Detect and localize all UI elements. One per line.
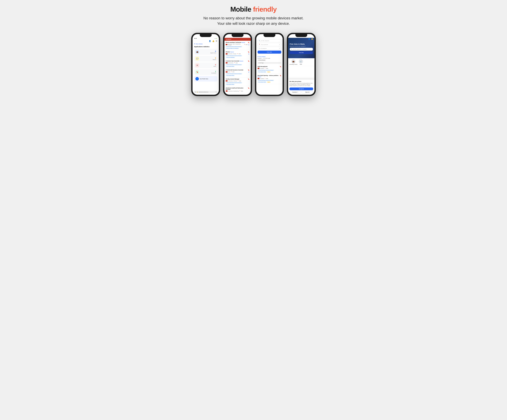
phone-search-results: 🔍 Job title, keywords... 📍 City or postc… [255,33,284,96]
location-field[interactable]: 📍 City or postcode ▼ [258,43,281,46]
job-item-4[interactable]: Commercial Insurance Associate 🔖 Sales 📍… [224,68,251,77]
per-page-select[interactable]: 12 Per Page [258,62,281,64]
phone1-url-bar[interactable]: aA 🔒 outreachrecruitment.net ↻ [194,91,218,93]
job-item-6[interactable]: Aluminum Install and Fabrication Foreman… [224,86,251,93]
profile-views-label: Your Profile Views [200,78,208,79]
subtitle-text: No reason to worry about the growing mob… [199,15,308,26]
job1-chevron[interactable]: ▲ [248,44,249,45]
category-field[interactable]: ⊞ All Categories ▼ [258,47,281,50]
p4-user-icon[interactable]: 👤 [308,38,310,40]
cookie-title: We value your privacy [289,81,313,82]
p4-bell-icon[interactable]: 🔔 [311,38,313,40]
shortlisted-label: Shortlisted [211,72,216,74]
job3-bookmark[interactable]: 🔖 [248,60,249,62]
customize-button[interactable]: Customize ▼ [289,91,301,93]
job2-bookmark[interactable]: 🔖 [248,51,249,53]
location-pin-icon: 📍 [259,44,260,45]
phone3-sidebar-link[interactable]: ☰ Show Sidebar [258,56,281,57]
job6-bookmark[interactable]: 🔖 [248,87,249,89]
job3-tag-0: Full Time Permanent Contract by Employer [226,64,242,65]
job1-tag-1: Hiring from Malta or EU Residents [226,48,239,49]
job2-title: Shunter [226,51,230,53]
stat-applied-info: 0 Applied Jobs [200,50,216,53]
wifi-icon: ▲ [215,38,216,39]
job1-tag-0: Full Time Permanent Contract by Employer [226,46,242,47]
result2-featured: Featured [258,76,261,77]
job-item-5[interactable]: Turnkey General Manager 🔖 Construction, … [224,77,251,86]
result2-logo [258,78,260,79]
location-placeholder: City or postcode [261,44,268,45]
result2-bookmark[interactable]: 🔖 [280,75,281,76]
job6-location: Malta [241,91,243,92]
customize-chevron: ▼ [297,92,298,93]
phone-jobs-list: OUTREACH Electro-mechanic Technician Fea… [223,33,252,96]
accounting-label: Accounting / Finance [289,64,297,65]
phone-dashboard: 16:12 ▲ 🔋 👤 🔔 ☰ ☰ Show Sidebar Applicati… [191,33,220,96]
result1-logo [258,68,260,69]
job-keywords-field[interactable]: 🔍 Job title, keywords... [258,39,281,42]
job5-bookmark[interactable]: 🔖 [248,78,249,80]
result2-tag-location: Only residing in Malta [258,81,267,83]
job4-chevron[interactable]: ▲ [248,71,249,73]
job2-chevron[interactable]: ▲ [248,53,249,55]
result2-title: New Hotel Opening – Various positions [258,75,278,76]
job-item-3[interactable]: Customer Care Associate Featured 🔖 Admin… [224,59,251,68]
profile-icon: 🌐 [195,77,199,80]
result2-tags: Full Time Permanent Contract by Employer… [258,80,281,83]
headline-section: Mobile friendly [230,5,277,13]
stat-applied-jobs: 💼 0 Applied Jobs [194,49,217,55]
result1-bookmark[interactable]: 🔖 [280,66,281,67]
cookie-bottom-buttons: Customize ▼ Reject All [289,91,313,93]
job-item-1[interactable]: Electro-mechanic Technician Featured 🔖 A… [224,41,251,50]
location-pin-icon: 📍 [244,44,245,45]
phone3-screen: 🔍 Job title, keywords... 📍 City or postc… [256,34,283,95]
bell-icon[interactable]: 🔔 [212,40,214,42]
phone1-content: 16:12 ▲ 🔋 👤 🔔 ☰ ☰ Show Sidebar Applicati… [192,34,219,95]
result-job-1[interactable]: Night Receptionist 🔖 Hospitality 📍 Malta… [256,65,283,74]
views-label: Views [213,66,216,67]
result1-location: Malta [266,68,268,69]
review-label: Review [213,59,216,60]
job-item-2[interactable]: Shunter Featured 🔖 Automotive, Transport… [224,50,251,59]
refresh-icon[interactable]: ↻ [216,92,217,93]
category-chevron: ▼ [279,48,280,49]
job2-tag-0: Full Time Permanent Contract by Employer [226,55,242,56]
sidebar-link-text[interactable]: Show Sidebar [196,43,203,44]
p4-search-field[interactable]: 🔍 Job title, keywords, or company [290,48,313,50]
phone3-notch [263,34,275,37]
cat-accounting[interactable]: 💼 Accounting / Finance [289,59,297,65]
accept-all-button[interactable]: Accept All [289,87,313,90]
job1-bookmark[interactable]: 🔖 [248,42,249,43]
result1-title: Night Receptionist [258,66,268,67]
phone1-sidebar-link[interactable]: ☰ Show Sidebar [194,43,217,44]
applied-label: Applied Jobs [210,52,216,53]
job1-category: Automotive, Mass Transportation, Transpo… [228,44,243,45]
result-job-2[interactable]: New Hotel Opening – Various positions Fe… [256,74,283,84]
phones-container: 16:12 ▲ 🔋 👤 🔔 ☰ ☰ Show Sidebar Applicati… [191,33,316,96]
phone1-top-icons[interactable]: 👤 🔔 ☰ [194,40,217,42]
job4-top: Commercial Insurance Associate 🔖 [226,69,249,71]
cat-retail[interactable]: 🛒 Retail [299,59,303,65]
find-jobs-button[interactable]: Find Jobs [258,50,281,54]
phone4-top-icons[interactable]: 👤 🔔 [308,38,313,40]
job3-meta: Administrative 📍 Malta [226,62,249,64]
results-count: Showing 1 — 10 of 202 results [258,58,281,59]
battery-icon: 🔋 [216,38,217,39]
reject-all-button[interactable]: Reject All [302,91,313,93]
sort-dropdown[interactable]: Sort by (Default) [258,59,266,61]
job6-logo [226,90,228,92]
job2-title-area: Shunter Featured [226,51,234,53]
bookmark-icon: 🔖 [195,70,199,74]
phone4-content: 👤 🔔 Find Jobs in Malta What kind of job … [288,34,315,95]
stat-review: 💬 0 Review [194,56,217,62]
briefcase-icon: 💼 [195,50,199,54]
sidebar-link-label[interactable]: Show Sidebar [259,56,266,57]
location-chevron: ▼ [279,44,280,45]
job5-logo [226,80,228,82]
menu-icon[interactable]: ☰ [216,40,217,42]
job4-bookmark[interactable]: 🔖 [248,69,249,71]
job2-category: Automotive, Transport [228,53,237,54]
cookie-text: We use cookies to enhance your browsing … [289,83,313,86]
p4-find-jobs-btn[interactable]: Find Jobs [290,51,313,54]
user-icon[interactable]: 👤 [209,40,211,42]
